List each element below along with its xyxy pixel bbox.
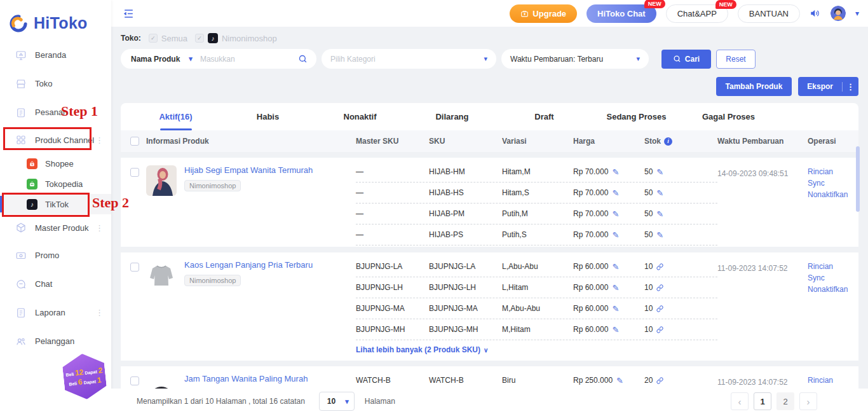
search-input[interactable] xyxy=(200,55,298,64)
prev-page-button[interactable]: ‹ xyxy=(731,392,749,410)
edit-price-icon[interactable]: ✎ xyxy=(612,168,619,176)
edit-price-icon[interactable]: ✎ xyxy=(616,376,623,385)
sidebar-item-master-produk[interactable]: Master Produk ⋮ xyxy=(0,214,111,241)
operasi-cell: Rincian Sync Nonaktifkan xyxy=(799,162,858,199)
row-checkbox[interactable] xyxy=(130,168,139,177)
speaker-icon[interactable] xyxy=(810,8,821,19)
variant-stok: 50✎ xyxy=(644,230,717,239)
sidebar-item-beranda[interactable]: Beranda xyxy=(0,41,111,69)
edit-stock-icon[interactable]: ✎ xyxy=(656,168,663,176)
more-menu-icon[interactable]: ⋮ xyxy=(95,308,104,317)
product-name-link[interactable]: Jam Tangan Wanita Paling Murah xyxy=(184,374,308,384)
variant-harga: Rp 70.000✎ xyxy=(573,230,644,239)
search-icon[interactable] xyxy=(298,54,316,64)
promo-hexagon-badge[interactable]: Beli 12 Dapat 2 Beli 6 Dapat 1 xyxy=(61,352,107,402)
variant-sku: HIJAB-HS xyxy=(429,188,502,197)
nonaktifkan-link[interactable]: Nonaktifkan xyxy=(808,190,858,199)
linked-stock-icon[interactable] xyxy=(656,263,663,270)
page-2-button[interactable]: 2 xyxy=(776,392,794,410)
user-menu-chevron-icon[interactable]: ▾ xyxy=(855,9,859,18)
filter-semua-checkbox[interactable]: ✓ Semua xyxy=(149,34,187,43)
edit-price-icon[interactable]: ✎ xyxy=(612,305,619,313)
sidebar-item-tokopedia[interactable]: Tokopedia xyxy=(0,174,111,194)
edit-stock-icon[interactable]: ✎ xyxy=(656,189,663,197)
filter-shop-checkbox[interactable]: ✓ ♪ Nimonimoshop xyxy=(195,33,277,43)
sidebar-item-chat[interactable]: Chat xyxy=(0,270,111,298)
tab-nonaktif[interactable]: Nonaktif xyxy=(314,103,406,130)
sidebar-item-pelanggan[interactable]: Pelanggan xyxy=(0,327,111,355)
row-checkbox[interactable] xyxy=(130,263,139,272)
rincian-link[interactable]: Rincian xyxy=(808,167,858,176)
tab-aktif[interactable]: Aktif(16) xyxy=(130,103,222,130)
tab-habis[interactable]: Habis xyxy=(222,103,314,130)
bantuan-button[interactable]: BANTUAN xyxy=(738,4,800,23)
edit-stock-icon[interactable]: ✎ xyxy=(656,231,663,239)
sidebar-label-laporan: Laporan xyxy=(35,308,65,317)
toko-label: Toko: xyxy=(121,34,141,43)
ekspor-button[interactable]: Ekspor ⋮ xyxy=(798,77,858,96)
hitoko-chat-button[interactable]: HiToko Chat NEW xyxy=(587,4,656,23)
edit-price-icon[interactable]: ✎ xyxy=(612,189,619,197)
nonaktifkan-link[interactable]: Nonaktifkan xyxy=(808,285,858,294)
sidebar-item-toko[interactable]: Toko xyxy=(0,69,111,98)
linked-stock-icon[interactable] xyxy=(656,305,663,312)
product-name-link[interactable]: Kaos Lengan Panjang Pria Terbaru xyxy=(184,260,313,270)
edit-price-icon[interactable]: ✎ xyxy=(612,326,619,334)
search-group: Nama Produk ▾ xyxy=(121,49,316,69)
edit-price-icon[interactable]: ✎ xyxy=(612,284,619,292)
more-menu-icon[interactable]: ⋮ xyxy=(95,135,104,145)
page-1-button[interactable]: 1 xyxy=(754,392,771,410)
variant-variasi: L,Abu-Abu xyxy=(502,262,573,271)
sidebar-item-shopee[interactable]: S Shopee xyxy=(0,153,111,174)
stok-info-icon[interactable]: i xyxy=(664,137,672,146)
product-name-link[interactable]: Hijab Segi Empat Wanita Termurah xyxy=(184,165,313,176)
tab-draft[interactable]: Draft xyxy=(498,103,590,130)
chat-app-button[interactable]: Chat&APP NEW xyxy=(666,4,728,23)
search-field-selector[interactable]: Nama Produk ▾ xyxy=(121,55,200,64)
tab-sedang-proses[interactable]: Sedang Proses xyxy=(590,103,682,130)
header-stok: Stok i xyxy=(644,137,717,146)
reset-button[interactable]: Reset xyxy=(716,50,756,69)
edit-price-icon[interactable]: ✎ xyxy=(612,210,619,218)
cari-button[interactable]: Cari xyxy=(661,50,711,69)
more-menu-icon[interactable]: ⋮ xyxy=(95,223,104,233)
vertical-scrollbar-thumb[interactable] xyxy=(856,146,860,212)
rincian-link[interactable]: Rincian xyxy=(808,262,858,271)
page-size-select[interactable]: 10 ▾ xyxy=(319,392,355,411)
checkbox-checked-icon: ✓ xyxy=(149,34,158,43)
product-image-kaos[interactable] xyxy=(146,260,177,291)
row-checkbox[interactable] xyxy=(130,376,139,385)
hitoko-logo: HiToko xyxy=(0,0,111,38)
sync-link[interactable]: Sync xyxy=(808,179,858,188)
tambah-produk-button[interactable]: Tambah Produk xyxy=(716,77,792,96)
rincian-link[interactable]: Rincian xyxy=(808,376,858,385)
sidebar-label-tokopedia: Tokopedia xyxy=(45,179,83,189)
action-row: Tambah Produk Ekspor ⋮ xyxy=(121,77,858,95)
product-image-hijab[interactable] xyxy=(146,165,177,196)
linked-stock-icon[interactable] xyxy=(656,377,663,384)
linked-stock-icon[interactable] xyxy=(656,284,663,291)
waktu-pembaruan-select[interactable]: Waktu Pembaruan: Terbaru ▾ xyxy=(501,49,649,69)
search-field-label: Nama Produk xyxy=(131,55,180,64)
product-shop-tag: Nimonimoshop xyxy=(184,275,241,286)
linked-stock-icon[interactable] xyxy=(656,326,663,333)
ekspor-more-icon[interactable]: ⋮ xyxy=(842,82,858,92)
tab-dilarang[interactable]: Dilarang xyxy=(406,103,498,130)
user-avatar[interactable] xyxy=(831,6,846,21)
select-all-checkbox[interactable] xyxy=(130,137,139,146)
variant-variasi: L,Hitam xyxy=(502,283,573,292)
edit-stock-icon[interactable]: ✎ xyxy=(656,210,663,218)
upgrade-button[interactable]: Upgrade xyxy=(510,4,577,23)
variant-stok: 10 xyxy=(644,304,717,313)
kategori-select[interactable]: Pilih Kategori ▾ xyxy=(322,49,496,69)
edit-price-icon[interactable]: ✎ xyxy=(612,231,619,239)
chevron-expand-icon: ∨ xyxy=(484,347,488,354)
tab-gagal-proses[interactable]: Gagal Proses xyxy=(682,103,775,130)
sidebar-item-laporan[interactable]: Laporan ⋮ xyxy=(0,298,111,327)
collapse-sidebar-icon[interactable] xyxy=(123,8,135,20)
sidebar-item-promo[interactable]: Promo xyxy=(0,241,111,270)
next-page-button[interactable]: › xyxy=(799,392,817,410)
sync-link[interactable]: Sync xyxy=(808,273,858,282)
lihat-lebih-banyak-link[interactable]: Lihat lebih banyak (2 Produk SKU) ∨ xyxy=(356,340,717,359)
edit-price-icon[interactable]: ✎ xyxy=(612,263,619,271)
